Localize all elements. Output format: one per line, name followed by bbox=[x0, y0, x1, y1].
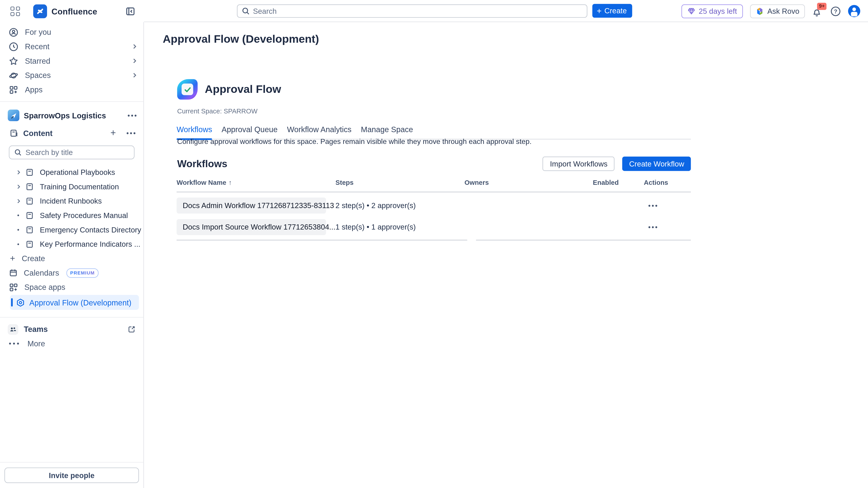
chevron-right-icon[interactable] bbox=[15, 184, 22, 190]
global-create-button[interactable]: + Create bbox=[592, 4, 632, 18]
topbar-left: Confluence bbox=[9, 0, 97, 22]
sidebar-item-space-apps[interactable]: Space apps bbox=[0, 280, 143, 294]
tab-approval-queue[interactable]: Approval Queue bbox=[221, 125, 278, 139]
chevron-right-icon[interactable] bbox=[15, 198, 22, 204]
app-header: Approval Flow bbox=[177, 79, 281, 100]
sidebar-item-more[interactable]: ••• More bbox=[0, 336, 143, 351]
table-header-row: Workflow Name ↑ Steps Owners Enabled Act… bbox=[177, 179, 691, 193]
collapse-sidebar-icon[interactable] bbox=[126, 6, 135, 16]
plus-icon: + bbox=[597, 6, 601, 15]
sidebar-item-spaces[interactable]: Spaces bbox=[0, 68, 143, 83]
chevron-right-icon[interactable] bbox=[131, 43, 138, 50]
notification-count-badge: 9+ bbox=[817, 3, 827, 10]
create-button-label: Create bbox=[604, 6, 627, 15]
svg-text:?: ? bbox=[834, 8, 837, 14]
tree-item[interactable]: • Safety Procedures Manual bbox=[0, 208, 143, 223]
tree-item-label: Key Performance Indicators ... bbox=[38, 240, 141, 248]
app-switcher-icon[interactable] bbox=[9, 5, 21, 17]
confluence-app: For you Recent Starred Spaces bbox=[0, 0, 868, 488]
sidebar-item-apps[interactable]: Apps bbox=[0, 83, 143, 97]
column-header-workflow-name[interactable]: Workflow Name ↑ bbox=[177, 179, 336, 186]
page-icon bbox=[26, 197, 34, 205]
tree-item[interactable]: Incident Runbooks bbox=[0, 194, 143, 208]
sort-ascending-icon: ↑ bbox=[228, 179, 232, 186]
user-avatar[interactable] bbox=[848, 5, 860, 17]
workflow-name-pill[interactable]: Docs Import Source Workflow 17712653804.… bbox=[177, 219, 326, 235]
invite-people-button[interactable]: Invite people bbox=[4, 467, 139, 483]
table-row: Docs Admin Workflow 1771268712335-83113 … bbox=[177, 195, 691, 217]
rovo-logo-icon bbox=[756, 7, 764, 15]
sidebar-item-starred[interactable]: Starred bbox=[0, 54, 143, 68]
sidebar-search-input[interactable] bbox=[26, 148, 129, 157]
global-search-input[interactable] bbox=[253, 7, 582, 15]
notifications-bell-icon[interactable]: 9+ bbox=[812, 5, 823, 17]
sidebar-item-recent[interactable]: Recent bbox=[0, 39, 143, 54]
chevron-right-icon[interactable] bbox=[131, 72, 138, 78]
bullet-icon: • bbox=[15, 226, 22, 233]
sidebar-search[interactable] bbox=[9, 145, 134, 159]
space-name: SparrowOps Logistics bbox=[24, 111, 123, 120]
content-section-header[interactable]: Content + ••• bbox=[0, 125, 143, 142]
tree-item-label: Training Documentation bbox=[38, 182, 119, 191]
sidebar-item-label: Starred bbox=[25, 57, 125, 65]
confluence-logo-icon[interactable] bbox=[33, 4, 47, 18]
import-workflows-button[interactable]: Import Workflows bbox=[543, 157, 615, 171]
content-more-icon[interactable]: ••• bbox=[126, 129, 137, 137]
tree-item[interactable]: • Emergency Contacts Directory bbox=[0, 222, 143, 237]
tree-item[interactable]: Operational Playbooks bbox=[0, 165, 143, 180]
content-add-icon[interactable]: + bbox=[110, 128, 116, 139]
column-header-enabled: Enabled bbox=[593, 179, 644, 186]
tab-workflows[interactable]: Workflows bbox=[177, 125, 212, 139]
row-actions-icon[interactable]: ••• bbox=[644, 202, 691, 209]
space-more-icon[interactable]: ••• bbox=[127, 111, 138, 119]
workflows-section-header: Workflows Import Workflows Create Workfl… bbox=[177, 157, 691, 171]
sidebar-item-label: Apps bbox=[25, 85, 138, 94]
create-label: Create bbox=[22, 254, 45, 263]
selected-app-label: Approval Flow (Development) bbox=[29, 298, 131, 307]
column-header-steps: Steps bbox=[336, 179, 465, 186]
sidebar-item-for-you[interactable]: For you bbox=[0, 25, 143, 39]
ask-rovo-button[interactable]: Ask Rovo bbox=[750, 4, 805, 18]
row-actions-icon[interactable]: ••• bbox=[644, 223, 691, 231]
content-icon bbox=[9, 129, 18, 138]
tab-description: Configure approval workflows for this sp… bbox=[177, 137, 532, 145]
page-icon bbox=[26, 225, 34, 234]
clock-icon bbox=[9, 42, 18, 51]
global-search[interactable] bbox=[237, 4, 587, 18]
tree-item[interactable]: Training Documentation bbox=[0, 179, 143, 194]
tree-item-label: Safety Procedures Manual bbox=[38, 211, 128, 219]
workflow-steps: 1 step(s) • 1 approver(s) bbox=[336, 223, 465, 231]
current-space-label: Current Space: SPARROW bbox=[177, 107, 257, 115]
page-icon bbox=[26, 211, 34, 219]
apps-grid-plus-icon bbox=[9, 283, 18, 292]
rovo-label: Ask Rovo bbox=[767, 7, 800, 15]
tree-item-label: Operational Playbooks bbox=[38, 168, 115, 176]
chevron-right-icon[interactable] bbox=[15, 169, 22, 175]
plus-icon: + bbox=[10, 254, 15, 263]
sidebar-create-page[interactable]: + Create bbox=[0, 251, 143, 266]
chevron-right-icon[interactable] bbox=[131, 58, 138, 64]
main-content: Approval Flow (Development) Approval Flo… bbox=[144, 22, 868, 488]
trial-days-button[interactable]: 25 days left bbox=[682, 4, 743, 18]
sidebar-item-teams[interactable]: Teams bbox=[0, 322, 143, 336]
sidebar-item-approval-flow-selected[interactable]: Approval Flow (Development) bbox=[10, 295, 139, 310]
space-avatar-icon bbox=[8, 109, 19, 121]
table-row: Docs Import Source Workflow 17712653804.… bbox=[177, 217, 691, 238]
tree-item-label: Incident Runbooks bbox=[38, 197, 102, 205]
tree-item[interactable]: • Key Performance Indicators ... bbox=[0, 237, 143, 251]
teams-label: Teams bbox=[24, 325, 122, 334]
create-workflow-button[interactable]: Create Workflow bbox=[622, 157, 691, 171]
sidebar-divider bbox=[0, 317, 143, 318]
tab-manage-space[interactable]: Manage Space bbox=[361, 125, 413, 139]
app-hexagon-icon bbox=[16, 298, 25, 307]
help-icon[interactable]: ? bbox=[830, 6, 841, 17]
sidebar-item-calendars[interactable]: Calendars PREMIUM bbox=[0, 266, 143, 280]
tree-item-label: Emergency Contacts Directory bbox=[38, 225, 141, 234]
tab-workflow-analytics[interactable]: Workflow Analytics bbox=[287, 125, 351, 139]
page-title: Approval Flow (Development) bbox=[163, 33, 319, 45]
sidebar-divider bbox=[0, 101, 143, 102]
workflow-name-pill[interactable]: Docs Admin Workflow 1771268712335-83113 bbox=[177, 197, 326, 214]
page-icon bbox=[26, 168, 34, 176]
column-header-actions: Actions bbox=[644, 179, 691, 186]
space-header[interactable]: SparrowOps Logistics ••• bbox=[0, 106, 143, 125]
